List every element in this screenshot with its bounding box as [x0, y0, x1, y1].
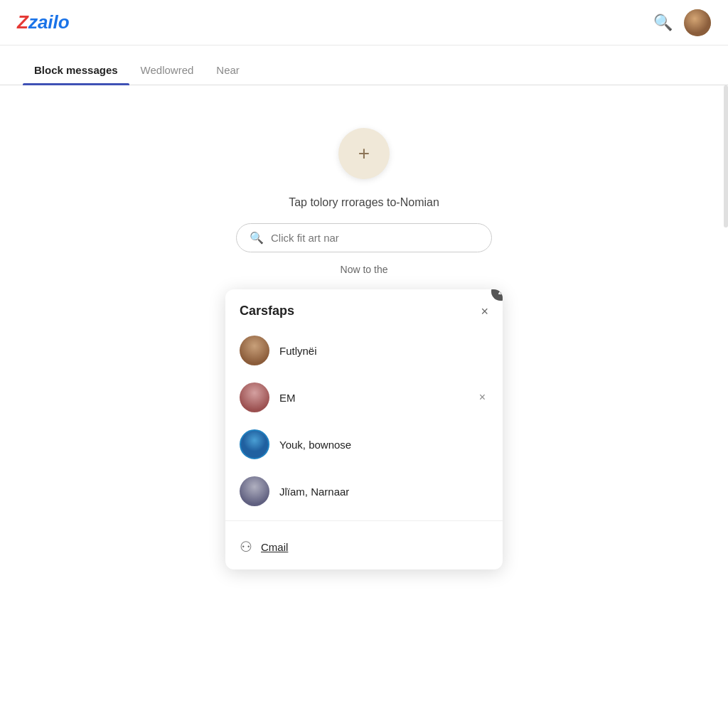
search-icon[interactable]: 🔍	[653, 14, 673, 32]
avatar-image	[684, 9, 711, 36]
avatar-contact-2	[240, 382, 269, 412]
list-item[interactable]: EM ×	[234, 374, 494, 421]
popup-card: 2 Carsfaps × Futlynëi EM ×	[225, 289, 503, 569]
card-header: Carsfaps ×	[225, 289, 503, 327]
plus-icon: +	[358, 144, 370, 164]
avatar-contact-4	[240, 476, 269, 506]
header: Z zailo 🔍	[0, 0, 728, 46]
avatar[interactable]	[684, 9, 711, 36]
now-label: Now to the	[341, 264, 388, 275]
remove-contact-2-button[interactable]: ×	[476, 388, 488, 407]
add-button[interactable]: +	[338, 128, 390, 179]
tab-block-messages[interactable]: Block messages	[23, 55, 129, 85]
search-input[interactable]	[271, 232, 478, 244]
tab-near[interactable]: Near	[205, 55, 251, 85]
logo[interactable]: Z zailo	[17, 11, 70, 33]
contact-name-1: Futlynëi	[279, 345, 488, 357]
avatar-contact-3	[240, 429, 269, 459]
list-item[interactable]: Futlynëi	[234, 327, 494, 374]
tab-wedlowred[interactable]: Wedlowred	[129, 55, 205, 85]
logo-z: Z	[17, 11, 28, 33]
avatar-contact-1	[240, 336, 269, 365]
card-divider	[225, 520, 503, 521]
contact-list: Futlynëi EM × Youk, bownose Jlïam, Narna…	[225, 327, 503, 515]
list-item[interactable]: Youk, bownose	[234, 421, 494, 468]
close-button[interactable]: ×	[481, 305, 488, 318]
card-title: Carsfaps	[240, 304, 294, 318]
list-item[interactable]: Jlïam, Narnaar	[234, 468, 494, 515]
link-icon: ⚇	[240, 538, 252, 555]
content-area: + Tap tolory rrorages to-Nomian 🔍 Now to…	[0, 85, 728, 569]
cmail-link[interactable]: ⚇ Cmail	[225, 527, 503, 569]
tap-label: Tap tolory rrorages to-Nomian	[289, 196, 439, 209]
header-right: 🔍	[653, 9, 711, 36]
main: Block messages Wedlowred Near + Tap tolo…	[0, 46, 728, 728]
contact-name-2: EM	[279, 392, 476, 404]
search-box-icon: 🔍	[250, 231, 264, 245]
contact-name-3: Youk, bownose	[279, 439, 488, 451]
tabs: Block messages Wedlowred Near	[0, 46, 728, 85]
search-box[interactable]: 🔍	[236, 223, 492, 252]
logo-rest: zailo	[28, 11, 70, 33]
contact-name-4: Jlïam, Narnaar	[279, 486, 488, 498]
link-label: Cmail	[261, 541, 288, 553]
